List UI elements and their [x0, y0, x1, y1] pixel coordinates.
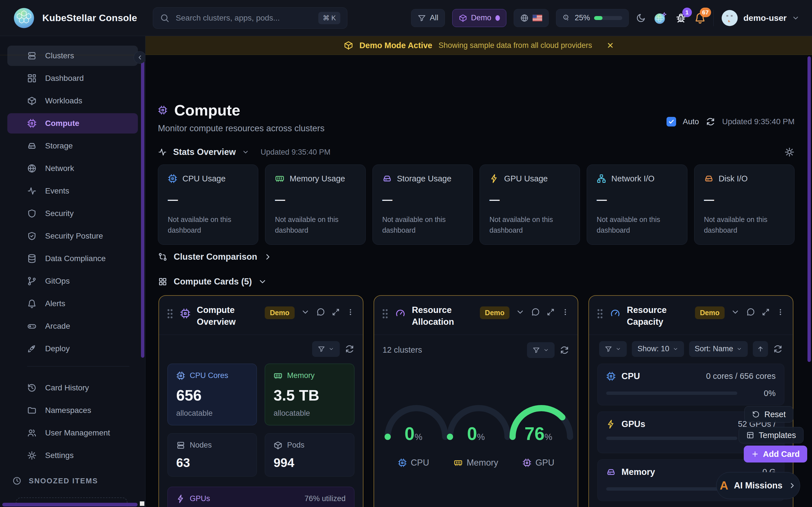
user-avatar: [721, 9, 739, 27]
chevron-down-icon[interactable]: [242, 149, 249, 156]
page-vertical-scrollbar[interactable]: [808, 56, 811, 362]
sidebar-item-security-posture[interactable]: Security Posture: [7, 226, 138, 246]
drag-handle-icon[interactable]: [596, 307, 604, 320]
chip-icon: [168, 174, 177, 183]
funnel-icon: [605, 345, 612, 353]
sidebar-horizontal-scrollbar[interactable]: [2, 503, 138, 506]
bell-icon: [27, 299, 37, 308]
sidebar-item-label: Storage: [45, 142, 73, 151]
filter-dropdown[interactable]: [599, 341, 627, 357]
sidebar-item-workloads[interactable]: Workloads: [7, 91, 138, 111]
comment-icon[interactable]: [746, 307, 755, 317]
more-menu-icon[interactable]: [347, 307, 354, 317]
users-icon: [27, 428, 37, 438]
us-flag-icon: [532, 15, 542, 21]
sidebar-item-clusters[interactable]: Clusters: [7, 46, 138, 66]
gauge-value: 76%: [507, 424, 569, 444]
banner-close-button[interactable]: ✕: [607, 41, 614, 50]
sidebar-item-dashboard[interactable]: Dashboard: [7, 68, 138, 89]
auto-refresh-controls: Auto Updated 9:35:40 PM: [666, 110, 795, 133]
filter-dropdown[interactable]: [312, 341, 340, 357]
sidebar-item-data-compliance[interactable]: Data Compliance: [7, 248, 138, 269]
gauge-icon: [610, 308, 620, 319]
demo-mode-button[interactable]: Demo: [452, 9, 506, 27]
chevron-down-icon: [737, 346, 742, 352]
zoom-slider[interactable]: [594, 16, 622, 20]
chevron-down-icon[interactable]: [516, 307, 525, 317]
notifications-button[interactable]: 67: [694, 12, 706, 24]
debug-button[interactable]: 1: [675, 12, 687, 24]
refresh-icon[interactable]: [345, 344, 354, 354]
search-input[interactable]: [175, 13, 318, 22]
sidebar-item-gitops[interactable]: GitOps: [7, 271, 138, 291]
sidebar-item-alerts[interactable]: Alerts: [7, 293, 138, 314]
sort-direction-button[interactable]: [753, 341, 768, 357]
chevron-left-icon: [137, 54, 143, 61]
filter-dropdown[interactable]: [527, 342, 555, 358]
card-title: Resource Allocation: [412, 304, 474, 328]
sidebar-item-label: Security: [45, 209, 73, 218]
show-count-dropdown[interactable]: Show: 10: [632, 341, 684, 357]
sidebar-item-namespaces[interactable]: Namespaces: [7, 400, 138, 420]
sidebar-snoozed-section[interactable]: SNOOZED ITEMS: [0, 468, 145, 485]
hdd-icon: [606, 467, 616, 477]
gauge-label: CPU: [411, 458, 429, 468]
stats-overview-title[interactable]: Stats Overview: [173, 147, 236, 157]
language-button[interactable]: [514, 9, 549, 27]
global-search[interactable]: ⌘ K: [153, 7, 347, 29]
cluster-comparison-link[interactable]: Cluster Comparison: [158, 251, 272, 263]
drag-handle-icon[interactable]: [166, 307, 174, 320]
sidebar-item-label: Data Compliance: [45, 254, 106, 263]
sidebar-item-compute[interactable]: Compute: [7, 113, 138, 133]
sidebar-vertical-scrollbar[interactable]: [141, 56, 144, 358]
sidebar-collapse-button[interactable]: [134, 51, 146, 64]
auto-refresh-checkbox[interactable]: [666, 117, 676, 126]
add-card-button[interactable]: Add Card: [744, 446, 807, 462]
expand-icon[interactable]: [546, 307, 555, 317]
gear-icon: [27, 451, 37, 460]
compute-cards-section-toggle[interactable]: Compute Cards (5): [158, 276, 267, 288]
sidebar-item-settings[interactable]: Settings: [7, 445, 138, 466]
zoom-control[interactable]: 1 25%: [556, 9, 629, 27]
chevron-down-icon: [792, 14, 800, 22]
refresh-icon[interactable]: [706, 117, 715, 126]
sidebar-item-user-management[interactable]: User Management: [7, 423, 138, 443]
sidebar-item-network[interactable]: Network: [7, 158, 138, 179]
templates-button[interactable]: Templates: [739, 427, 804, 443]
demo-badge: Demo: [480, 306, 509, 319]
stats-settings-icon[interactable]: [784, 147, 795, 157]
main-content: Compute Monitor compute resources across…: [146, 55, 812, 507]
notification-count-badge: 67: [700, 8, 711, 17]
dashboard-icon: [27, 73, 37, 83]
ai-assistant-icon[interactable]: [653, 11, 668, 25]
sidebar-item-security[interactable]: Security: [7, 203, 138, 224]
expand-icon[interactable]: [761, 307, 770, 317]
comment-icon[interactable]: [531, 307, 540, 317]
chevron-down-icon[interactable]: [731, 307, 740, 317]
ram-icon: [454, 458, 463, 467]
refresh-icon[interactable]: [773, 344, 783, 354]
sidebar-item-storage[interactable]: Storage: [7, 136, 138, 156]
sidebar-item-events[interactable]: Events: [7, 181, 138, 201]
ai-missions-button[interactable]: A AI Missions: [716, 472, 800, 499]
drag-handle-icon[interactable]: [382, 307, 389, 320]
reset-button[interactable]: Reset: [744, 406, 794, 422]
chevron-right-icon: [263, 252, 272, 262]
sidebar-item-card-history[interactable]: Card History: [7, 378, 138, 398]
sidebar-item-arcade[interactable]: Arcade: [7, 316, 138, 336]
more-menu-icon[interactable]: [561, 307, 569, 317]
dark-mode-toggle-icon[interactable]: [636, 13, 646, 23]
stat-card-value: —: [168, 194, 248, 205]
sidebar-item-deploy[interactable]: Deploy: [7, 339, 138, 359]
capacity-label: Memory: [621, 467, 655, 477]
more-menu-icon[interactable]: [776, 307, 784, 317]
page-title: Compute: [174, 101, 240, 119]
expand-icon[interactable]: [331, 307, 340, 317]
refresh-icon[interactable]: [560, 345, 569, 355]
comment-icon[interactable]: [316, 307, 325, 317]
sort-dropdown[interactable]: Sort: Name: [689, 341, 748, 357]
chevron-down-icon[interactable]: [301, 307, 310, 317]
username-label: demo-user: [744, 13, 786, 23]
user-menu[interactable]: demo-user: [721, 9, 800, 27]
filter-all-button[interactable]: All: [411, 9, 445, 27]
